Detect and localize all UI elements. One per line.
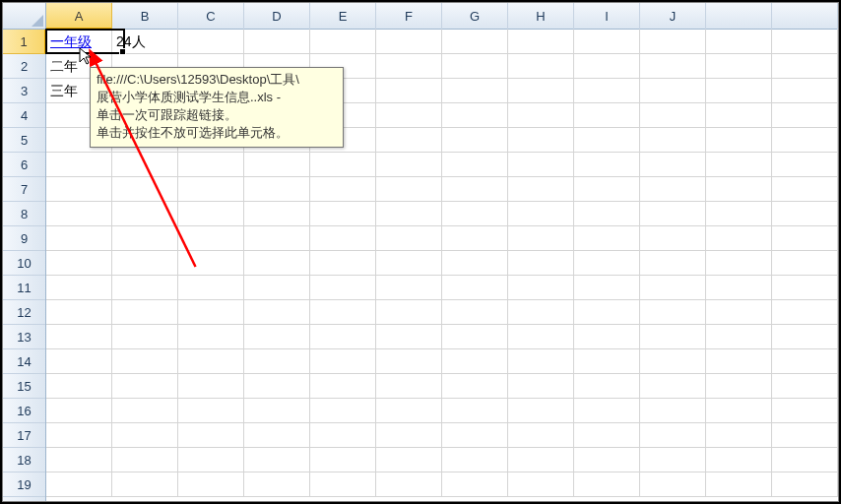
cell-extra[interactable] — [706, 300, 772, 325]
cell-C14[interactable] — [178, 349, 244, 374]
cell-F10[interactable] — [376, 251, 442, 276]
cell-H7[interactable] — [508, 177, 574, 202]
cell-F19[interactable] — [376, 472, 442, 497]
cell-G4[interactable] — [442, 103, 508, 128]
cell-J7[interactable] — [640, 177, 706, 202]
cell-I15[interactable] — [574, 374, 640, 399]
cell-A18[interactable] — [46, 448, 112, 472]
cell-I2[interactable] — [574, 54, 640, 79]
cell-G11[interactable] — [442, 276, 508, 300]
cell-I11[interactable] — [574, 276, 640, 300]
cell-J6[interactable] — [640, 153, 706, 177]
cell-A15[interactable] — [46, 374, 112, 399]
cell-G17[interactable] — [442, 423, 508, 448]
cell-F16[interactable] — [376, 399, 442, 423]
cell-A12[interactable] — [46, 300, 112, 325]
cell-G10[interactable] — [442, 251, 508, 276]
cell-B16[interactable] — [112, 399, 178, 423]
cell-B11[interactable] — [112, 276, 178, 300]
cell-D18[interactable] — [244, 448, 310, 472]
cell-C11[interactable] — [178, 276, 244, 300]
cell-D8[interactable] — [244, 202, 310, 226]
column-header-I[interactable]: I — [574, 3, 640, 30]
row-header-4[interactable]: 4 — [3, 103, 45, 128]
cell-F3[interactable] — [376, 79, 442, 103]
cell-F8[interactable] — [376, 202, 442, 226]
cell-J2[interactable] — [640, 54, 706, 79]
cell-extra[interactable] — [772, 79, 838, 103]
cell-G2[interactable] — [442, 54, 508, 79]
row-header-18[interactable]: 18 — [3, 448, 45, 472]
cell-I8[interactable] — [574, 202, 640, 226]
cell-B15[interactable] — [112, 374, 178, 399]
select-all-corner[interactable] — [3, 3, 46, 30]
cell-I10[interactable] — [574, 251, 640, 276]
cell-C19[interactable] — [178, 472, 244, 497]
cell-J3[interactable] — [640, 79, 706, 103]
row-header-3[interactable]: 3 — [3, 79, 45, 103]
column-header-E[interactable]: E — [310, 3, 376, 30]
cell-J15[interactable] — [640, 374, 706, 399]
cell-C6[interactable] — [178, 153, 244, 177]
cell-G5[interactable] — [442, 128, 508, 153]
cell-I7[interactable] — [574, 177, 640, 202]
cell-J13[interactable] — [640, 325, 706, 349]
cell-H5[interactable] — [508, 128, 574, 153]
cell-H6[interactable] — [508, 153, 574, 177]
cell-A13[interactable] — [46, 325, 112, 349]
cell-extra[interactable] — [706, 153, 772, 177]
cell-H15[interactable] — [508, 374, 574, 399]
cell-extra[interactable] — [706, 276, 772, 300]
cell-H17[interactable] — [508, 423, 574, 448]
cell-extra[interactable] — [772, 128, 838, 153]
cell-extra[interactable] — [706, 448, 772, 472]
cell-I13[interactable] — [574, 325, 640, 349]
cell-I14[interactable] — [574, 349, 640, 374]
row-header-2[interactable]: 2 — [3, 54, 45, 79]
cell-extra[interactable] — [706, 128, 772, 153]
cell-B7[interactable] — [112, 177, 178, 202]
cell-F7[interactable] — [376, 177, 442, 202]
cell-extra[interactable] — [706, 325, 772, 349]
cell-J10[interactable] — [640, 251, 706, 276]
cell-B6[interactable] — [112, 153, 178, 177]
row-header-15[interactable]: 15 — [3, 374, 45, 399]
cell-extra[interactable] — [706, 202, 772, 226]
cell-J11[interactable] — [640, 276, 706, 300]
cell-E7[interactable] — [310, 177, 376, 202]
cell-F14[interactable] — [376, 349, 442, 374]
cell-F17[interactable] — [376, 423, 442, 448]
cell-G16[interactable] — [442, 399, 508, 423]
cell-extra[interactable] — [706, 177, 772, 202]
cell-A19[interactable] — [46, 472, 112, 497]
cell-G1[interactable] — [442, 30, 508, 54]
cell-D15[interactable] — [244, 374, 310, 399]
cell-G3[interactable] — [442, 79, 508, 103]
row-header-9[interactable]: 9 — [3, 226, 45, 251]
cell-D10[interactable] — [244, 251, 310, 276]
cell-E18[interactable] — [310, 448, 376, 472]
cell-F1[interactable] — [376, 30, 442, 54]
row-header-8[interactable]: 8 — [3, 202, 45, 226]
cell-D17[interactable] — [244, 423, 310, 448]
cell-I18[interactable] — [574, 448, 640, 472]
cell-H19[interactable] — [508, 472, 574, 497]
cell-I6[interactable] — [574, 153, 640, 177]
column-header-G[interactable]: G — [442, 3, 508, 30]
cell-C16[interactable] — [178, 399, 244, 423]
cell-I4[interactable] — [574, 103, 640, 128]
cell-D13[interactable] — [244, 325, 310, 349]
cell-D9[interactable] — [244, 226, 310, 251]
cell-I9[interactable] — [574, 226, 640, 251]
cell-D7[interactable] — [244, 177, 310, 202]
cell-G7[interactable] — [442, 177, 508, 202]
cell-E17[interactable] — [310, 423, 376, 448]
cell-H18[interactable] — [508, 448, 574, 472]
cell-G19[interactable] — [442, 472, 508, 497]
cell-B18[interactable] — [112, 448, 178, 472]
cell-A11[interactable] — [46, 276, 112, 300]
cell-E13[interactable] — [310, 325, 376, 349]
cell-A1[interactable]: 一年级 — [46, 30, 112, 54]
cell-J14[interactable] — [640, 349, 706, 374]
column-header-A[interactable]: A — [46, 3, 112, 30]
